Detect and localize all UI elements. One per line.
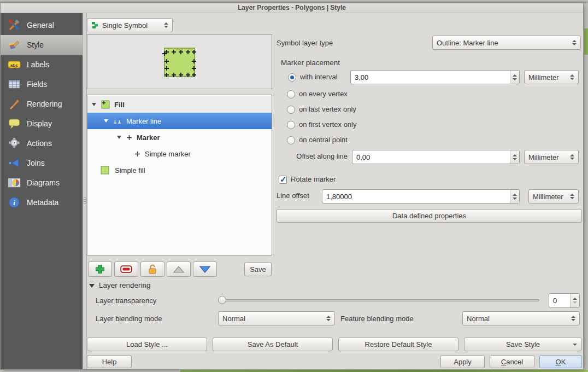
sidebar-item-metadata[interactable]: i Metadata [1, 193, 83, 212]
offset-unit-select[interactable]: Millimeter [524, 150, 579, 164]
spinner-arrows-icon[interactable] [570, 294, 579, 307]
rotate-marker-checkbox[interactable] [279, 176, 287, 184]
apply-button[interactable]: Apply [440, 355, 485, 368]
save-symbol-button[interactable]: Save [244, 262, 272, 276]
tree-row-marker[interactable]: Marker [87, 129, 272, 146]
minus-icon [120, 265, 132, 273]
sidebar-item-label: Fields [27, 80, 47, 89]
sidebar-item-actions[interactable]: Actions [1, 133, 83, 153]
sidebar-item-rendering[interactable]: Rendering [1, 94, 83, 114]
interval-unit-select[interactable]: Millimeter [524, 70, 579, 84]
symbol-preview-image [87, 35, 272, 89]
marker-line-icon [113, 118, 122, 124]
save-as-default-label: Save As Default [248, 340, 298, 348]
screen: Layer Properties - Polygons | Style Gene… [0, 0, 588, 372]
rendering-icon [8, 97, 21, 111]
sidebar-item-labels[interactable]: abc Labels [1, 55, 83, 74]
layer-blending-mode-select[interactable]: Normal [218, 311, 335, 326]
tree-row-simple-marker[interactable]: Simple marker [87, 146, 272, 162]
sidebar-item-fields[interactable]: Fields [1, 74, 83, 94]
sidebar-item-display[interactable]: Display [1, 114, 83, 133]
renderer-select[interactable]: Single Symbol [87, 18, 173, 32]
cancel-label: Cancel [501, 358, 523, 366]
save-style-menu-button[interactable]: Save Style [464, 338, 582, 351]
cancel-button[interactable]: Cancel [490, 355, 534, 368]
tree-row-label: Simple marker [145, 150, 191, 158]
spinner-arrows-icon[interactable] [510, 190, 519, 203]
feature-blending-value: Normal [467, 315, 568, 323]
layer-rendering-collapse-icon[interactable] [89, 284, 95, 288]
apply-label: Apply [454, 358, 472, 366]
combo-arrows-icon [570, 74, 574, 80]
interval-input[interactable] [351, 71, 510, 84]
rotate-marker-label[interactable]: Rotate marker [291, 175, 336, 184]
expander-icon[interactable] [104, 119, 108, 123]
tree-row-label: Simple fill [115, 166, 145, 175]
radio-label-on-last-vertex-only[interactable]: on last vertex only [299, 105, 356, 114]
layer-properties-dialog: Layer Properties - Polygons | Style Gene… [0, 3, 584, 370]
spinner-arrows-icon[interactable] [510, 71, 519, 84]
unit-value: Millimeter [533, 193, 567, 201]
remove-symbol-layer-button[interactable] [114, 261, 138, 277]
blending-value: Normal [222, 315, 324, 323]
move-layer-up-button[interactable] [167, 261, 191, 277]
line-offset-unit-select[interactable]: Millimeter [528, 189, 579, 204]
feature-blending-mode-select[interactable]: Normal [462, 311, 580, 326]
radio-label-on-central-point[interactable]: on central point [299, 136, 348, 144]
style-page-content: Single Symbol [87, 13, 583, 369]
joins-icon [8, 156, 21, 170]
transparency-slider-handle[interactable] [218, 296, 226, 304]
simple-fill-icon [101, 166, 109, 175]
sidebar-item-label: Joins [27, 159, 45, 167]
spinner-arrows-icon[interactable] [510, 150, 519, 164]
sidebar-item-general[interactable]: General [1, 15, 83, 35]
restore-default-style-button[interactable]: Restore Default Style [338, 338, 458, 351]
tree-row-marker-line[interactable]: Marker line [87, 113, 272, 129]
ok-button[interactable]: OK [539, 355, 582, 368]
layer-transparency-label: Layer transparency [96, 297, 156, 305]
radio-on-every-vertex[interactable] [287, 90, 295, 98]
display-icon [8, 117, 21, 130]
offset-along-line-label: Offset along line [277, 152, 348, 161]
sidebar-item-label: Labels [27, 60, 49, 69]
offset-along-line-input[interactable] [352, 150, 510, 164]
expander-icon[interactable] [92, 103, 96, 106]
offset-along-line-spinbox [352, 150, 520, 164]
sidebar-item-joins[interactable]: Joins [1, 153, 83, 173]
load-style-button[interactable]: Load Style ... [87, 338, 207, 351]
tree-row-fill[interactable]: Fill [87, 96, 272, 113]
metadata-icon: i [8, 196, 21, 209]
splitter-handle[interactable] [83, 13, 87, 369]
splitter-grip [84, 197, 86, 205]
radio-label-on-first-vertex-only[interactable]: on first vertex only [299, 120, 357, 129]
transparency-input[interactable] [549, 294, 570, 307]
sidebar-item-diagrams[interactable]: Diagrams [1, 173, 83, 193]
move-layer-down-button[interactable] [193, 261, 217, 277]
radio-on-last-vertex-only[interactable] [287, 106, 295, 114]
sidebar-item-style[interactable]: Style [1, 35, 83, 55]
radio-with-interval[interactable] [288, 73, 296, 82]
symbol-layer-type-select[interactable]: Outline: Marker line [432, 36, 581, 50]
layer-rendering-header[interactable]: Layer rendering [99, 281, 151, 290]
line-offset-input[interactable] [322, 190, 510, 203]
tree-row-label: Marker line [126, 117, 161, 125]
sidebar-item-label: Metadata [27, 198, 58, 207]
transparency-slider-track[interactable] [218, 299, 539, 301]
radio-label-on-every-vertex[interactable]: on every vertex [299, 90, 348, 98]
radio-label-with-interval[interactable]: with interval [300, 73, 338, 82]
radio-on-first-vertex-only[interactable] [287, 121, 295, 129]
data-defined-properties-button[interactable]: Data defined properties [277, 209, 582, 223]
combo-arrows-icon [570, 154, 574, 160]
svg-text:abc: abc [10, 63, 18, 68]
tree-row-simple-fill[interactable]: Simple fill [87, 162, 272, 178]
lock-symbol-layer-button[interactable] [140, 261, 164, 277]
symbol-preview-panel [87, 34, 272, 89]
unit-value: Millimeter [528, 153, 567, 161]
save-as-default-button[interactable]: Save As Default [213, 338, 333, 351]
simple-marker-icon [134, 151, 140, 157]
radio-on-central-point[interactable] [287, 136, 295, 144]
add-symbol-layer-button[interactable] [88, 261, 112, 277]
help-button[interactable]: Help [87, 355, 132, 368]
expander-icon[interactable] [117, 136, 121, 139]
dialog-titlebar[interactable]: Layer Properties - Polygons | Style [1, 3, 583, 13]
